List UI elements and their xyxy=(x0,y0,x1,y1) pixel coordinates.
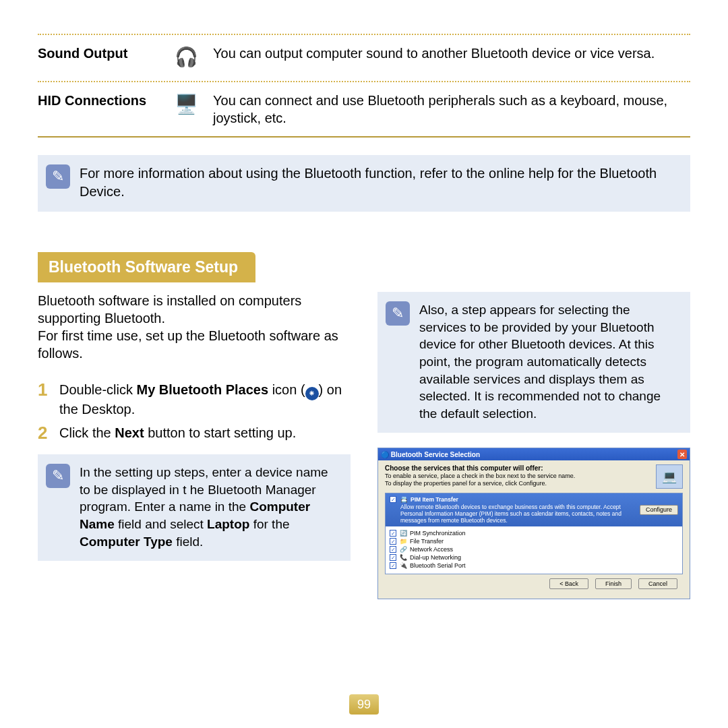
section-heading: Bluetooth Software Setup xyxy=(38,252,255,282)
service-row[interactable]: ✓📞Dial-up Networking xyxy=(390,553,678,562)
window-button-row: < Back Finish Cancel xyxy=(385,574,683,592)
pencil-icon: ✎ xyxy=(386,301,410,326)
note-text: Also, a step appears for selecting the s… xyxy=(419,301,679,422)
peripherals-icon: 🖥️ xyxy=(171,89,201,119)
note-box-help: ✎ For more information about using the B… xyxy=(38,155,690,212)
note-text: For more information about using the Blu… xyxy=(80,164,679,201)
feature-description: You can connect and use Bluetooth periph… xyxy=(213,89,690,127)
pencil-icon: ✎ xyxy=(46,464,70,488)
note-box-services: ✎ Also, a step appears for selecting the… xyxy=(377,292,690,433)
service-row[interactable]: ✓📁File Transfer xyxy=(390,537,678,545)
divider-solid xyxy=(38,136,690,138)
feature-description: You can output computer sound to another… xyxy=(213,42,690,62)
feature-row-hid-connections: HID Connections 🖥️ You can connect and u… xyxy=(38,82,690,136)
right-column: ✎ Also, a step appears for selecting the… xyxy=(377,292,690,599)
step-2: 2 Click the Next button to start setting… xyxy=(38,424,351,442)
feature-row-sound-output: Sound Output 🎧 You can output computer s… xyxy=(38,35,690,81)
feature-label: HID Connections xyxy=(38,89,159,109)
cancel-button[interactable]: Cancel xyxy=(638,578,677,589)
window-body: Choose the services that this computer w… xyxy=(378,460,690,599)
bluetooth-service-selection-window: 🔵 Bluetooth Service Selection ✕ Choose t… xyxy=(377,448,690,599)
headset-icon: 🎧 xyxy=(171,42,201,71)
step-number: 1 xyxy=(38,381,51,419)
feature-label: Sound Output xyxy=(38,42,159,61)
step-text: Click the Next button to start setting u… xyxy=(59,424,296,442)
two-column-layout: Bluetooth software is installed on compu… xyxy=(38,292,690,599)
checkbox-icon[interactable]: ✓ xyxy=(390,554,396,561)
bluetooth-device-icon: 💻 xyxy=(656,464,683,489)
checkbox-icon[interactable]: ✓ xyxy=(390,538,396,545)
checkbox-icon[interactable]: ✓ xyxy=(390,530,396,537)
page-number: 99 xyxy=(349,694,379,715)
service-pim-item-transfer[interactable]: ✓ 📇 PIM Item Transfer Allow remote Bluet… xyxy=(386,493,682,526)
close-icon[interactable]: ✕ xyxy=(677,450,687,459)
window-header: Choose the services that this computer w… xyxy=(385,464,683,489)
services-list: ✓ 📇 PIM Item Transfer Allow remote Bluet… xyxy=(385,493,683,574)
note-text: In the setting up steps, enter a device … xyxy=(80,464,340,550)
checkbox-icon[interactable]: ✓ xyxy=(390,562,396,569)
services-sublist: ✓🔄PIM Synchronization ✓📁File Transfer ✓🔗… xyxy=(386,526,682,574)
pencil-icon: ✎ xyxy=(46,164,70,189)
configure-button[interactable]: Configure xyxy=(640,505,678,515)
service-row[interactable]: ✓🔄PIM Synchronization xyxy=(390,529,678,537)
bluetooth-icon: ⁕ xyxy=(305,387,319,400)
step-number: 2 xyxy=(38,424,51,442)
window-title: 🔵 Bluetooth Service Selection xyxy=(381,451,480,458)
checkbox-icon[interactable]: ✓ xyxy=(390,546,396,553)
checkbox-icon[interactable]: ✓ xyxy=(390,496,396,503)
left-column: Bluetooth software is installed on compu… xyxy=(38,292,351,599)
finish-button[interactable]: Finish xyxy=(595,578,632,589)
step-1: 1 Double-click My Bluetooth Places icon … xyxy=(38,381,351,419)
service-row[interactable]: ✓🔌Bluetooth Serial Port xyxy=(390,562,678,570)
intro-text: Bluetooth software is installed on compu… xyxy=(38,292,351,362)
back-button[interactable]: < Back xyxy=(549,578,588,589)
note-box-device-name: ✎ In the setting up steps, enter a devic… xyxy=(38,454,351,561)
window-header-text: Choose the services that this computer w… xyxy=(385,464,650,487)
window-titlebar: 🔵 Bluetooth Service Selection ✕ xyxy=(378,448,690,460)
service-row[interactable]: ✓🔗Network Access xyxy=(390,545,678,553)
step-text: Double-click My Bluetooth Places icon (⁕… xyxy=(59,381,351,419)
